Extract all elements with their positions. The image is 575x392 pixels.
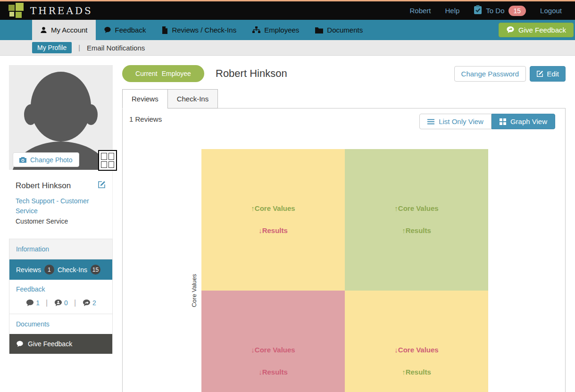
subnav-separator: |	[78, 44, 80, 51]
nav-item-label: Employees	[264, 26, 299, 34]
count-text: 0	[64, 299, 68, 307]
checkins-label: Check-Ins	[58, 266, 87, 274]
give-feedback-button[interactable]: Give Feedback	[499, 23, 574, 37]
profile-sidebar: Change Photo Robert Hinkson Tech Support…	[9, 65, 113, 354]
nav-item-label: Feedback	[115, 26, 146, 34]
nav-item-feedback[interactable]: Feedback	[96, 20, 154, 40]
nav-item-label: Reviews / Check-Ins	[172, 26, 236, 34]
reviews-panel: 1 Reviews List Only View Graph View Core…	[122, 108, 566, 392]
top-bar: THREADS Robert Help To Do 15 Logout	[0, 1, 575, 20]
feedback-received-count[interactable]: 1	[25, 299, 40, 307]
feedback-given-count[interactable]: 2	[82, 299, 96, 307]
separator: |	[46, 299, 48, 307]
todo-count-badge: 15	[508, 6, 526, 16]
edit-pencil-icon	[536, 70, 543, 77]
quadrant-top-left: ↑Core Values ↓Results	[201, 149, 345, 291]
main-header: Current Employee Robert Hinkson Change P…	[122, 65, 566, 82]
y-axis-label: Core Values	[191, 274, 198, 308]
sidebar-item-feedback[interactable]: Feedback	[16, 285, 106, 293]
nav-item-documents[interactable]: Documents	[307, 20, 371, 40]
sitemap-icon	[252, 26, 260, 33]
nav-item-reviews-checkins[interactable]: Reviews / Check-Ins	[154, 20, 244, 40]
quadrant-label: ↓Core Values	[394, 346, 438, 354]
profile-info: Robert Hinkson Tech Support - Customer S…	[9, 170, 113, 239]
main-nav: My Account Feedback Reviews / Check-Ins …	[0, 20, 575, 40]
count-text: 1	[36, 299, 40, 307]
sub-nav: My Profile | Email Notifications	[0, 40, 575, 56]
give-feedback-label: Give Feedback	[518, 26, 566, 34]
grid-widget-icon[interactable]	[98, 150, 117, 171]
quadrant-label: ↑Results	[402, 368, 431, 376]
status-badge: Current Employee	[122, 65, 204, 82]
sidebar-item-reviews-checkins[interactable]: Reviews 1 Check-Ins 15	[9, 259, 112, 280]
quadrant-label: ↓Results	[258, 226, 288, 234]
sidebar-feedback-section: Feedback 1 | 0 | 2	[9, 280, 112, 314]
todo-label: To Do	[486, 7, 504, 15]
list-icon	[427, 119, 434, 125]
app-window: THREADS Robert Help To Do 15 Logout My A…	[0, 0, 575, 392]
user-menu-link[interactable]: Robert	[409, 7, 431, 15]
user-icon	[40, 26, 47, 33]
tab-bar: Reviews Check-Ins	[122, 89, 566, 108]
nav-item-label: Documents	[327, 26, 363, 34]
quadrant-bottom-left: ↓Core Values ↓Results	[201, 291, 345, 392]
reviews-label: Reviews	[16, 266, 41, 274]
give-feedback-label: Give Feedback	[28, 340, 72, 348]
main-content: Current Employee Robert Hinkson Change P…	[122, 65, 566, 392]
quadrant-top-right: ↑Core Values ↑Results	[345, 149, 488, 291]
list-only-view-button[interactable]: List Only View	[419, 114, 492, 129]
comment-user-icon	[54, 299, 63, 307]
sidebar-item-documents[interactable]: Documents	[9, 314, 112, 334]
tab-reviews[interactable]: Reviews	[122, 89, 168, 108]
comment-icon	[25, 299, 34, 307]
quadrant-bottom-right: ↓Core Values ↑Results	[345, 291, 488, 392]
list-view-label: List Only View	[439, 117, 483, 125]
subnav-email-notifications[interactable]: Email Notifications	[87, 44, 145, 52]
edit-label: Edit	[547, 70, 559, 78]
quadrant-label: ↓Results	[258, 368, 288, 376]
nav-item-employees[interactable]: Employees	[244, 20, 307, 40]
quadrant-label: ↑Results	[402, 226, 431, 234]
sidebar-give-feedback-button[interactable]: Give Feedback	[9, 334, 112, 354]
change-photo-label: Change Photo	[30, 156, 73, 164]
logout-link[interactable]: Logout	[540, 7, 562, 15]
tab-checkins[interactable]: Check-Ins	[167, 89, 218, 108]
comment-arrow-icon	[82, 299, 91, 307]
checkins-count-badge: 15	[91, 265, 100, 275]
help-link[interactable]: Help	[445, 7, 459, 15]
quadrant-label: ↓Core Values	[251, 346, 295, 354]
topbar-links: Robert Help To Do 15 Logout	[409, 5, 567, 17]
camera-icon	[19, 157, 26, 163]
quadrant-label: ↑Core Values	[251, 204, 295, 212]
change-photo-button[interactable]: Change Photo	[13, 152, 79, 167]
graph-view-button[interactable]: Graph View	[492, 114, 555, 129]
count-text: 2	[92, 299, 96, 307]
feedback-anonymous-count[interactable]: 0	[54, 299, 68, 307]
clipboard-check-icon	[474, 5, 482, 17]
change-password-button[interactable]: Change Password	[454, 66, 526, 82]
sidebar-sections: Information Reviews 1 Check-Ins 15 Feedb…	[9, 239, 113, 354]
view-toggle: List Only View Graph View	[419, 114, 555, 129]
quadrant-label: ↑Core Values	[394, 204, 438, 212]
role-text: Customer Service	[16, 217, 106, 226]
nav-item-my-account[interactable]: My Account	[32, 20, 96, 40]
sidebar-item-information[interactable]: Information	[9, 239, 112, 259]
folder-icon	[315, 27, 323, 33]
comment-icon	[16, 341, 24, 348]
edit-button[interactable]: Edit	[530, 66, 566, 82]
grid-icon	[500, 118, 506, 125]
edit-profile-icon[interactable]	[98, 181, 106, 191]
brand-name: THREADS	[30, 5, 93, 17]
comment-icon	[104, 26, 111, 33]
subnav-my-profile[interactable]: My Profile	[32, 42, 72, 53]
reviews-count-badge: 1	[44, 265, 54, 275]
quadrant-chart: Core Values ↑Core Values ↓Results ↑Core …	[201, 149, 488, 392]
threads-logo-icon	[8, 2, 25, 19]
profile-photo: Change Photo	[9, 65, 113, 170]
sidebar-employee-name: Robert Hinkson	[16, 181, 71, 191]
brand-logo[interactable]: THREADS	[8, 2, 93, 19]
todo-link[interactable]: To Do 15	[474, 5, 526, 17]
nav-item-label: My Account	[51, 26, 88, 34]
department-link[interactable]: Tech Support - Customer Service	[16, 196, 106, 216]
graph-view-label: Graph View	[510, 117, 547, 125]
